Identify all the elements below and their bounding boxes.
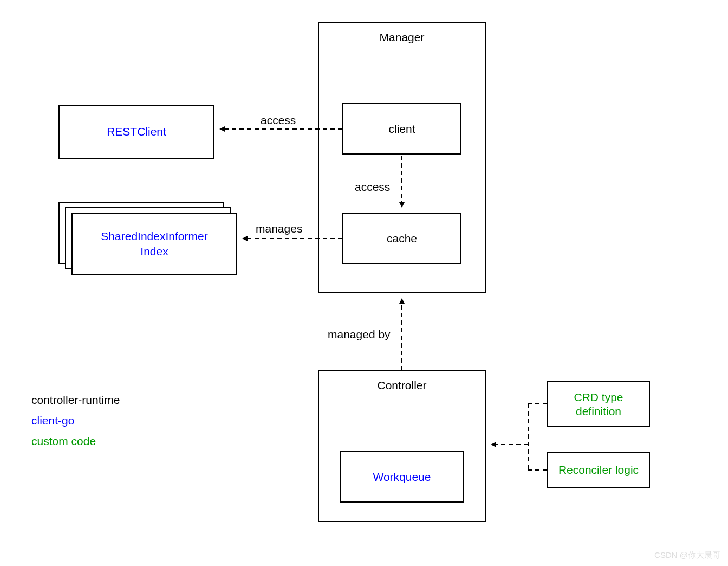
crdtype-box: CRD type definition [547,381,650,427]
sharedindex-line1: SharedIndexInformer [101,230,207,243]
managedby-label: managed by [328,328,391,341]
manager-title: Manager [319,31,485,44]
access1-label: access [261,114,296,127]
reconciler-label: Reconciler logic [558,464,639,477]
access2-label: access [355,181,390,194]
watermark: CSDN @你大晨哥 [654,550,720,561]
cache-label: cache [387,232,417,245]
client-box: client [342,103,461,155]
sharedindex-line2: Index [140,245,168,258]
sharedindex-box: SharedIndexInformer Index [72,213,237,275]
legend-client-go: client-go [31,414,74,427]
manages-label: manages [256,222,302,235]
crdtype-line2: definition [576,405,621,418]
reconciler-box: Reconciler logic [547,452,650,488]
workqueue-box: Workqueue [340,451,464,503]
cache-box: cache [342,213,461,264]
crdtype-line1: CRD type [574,391,623,404]
legend-controller-runtime: controller-runtime [31,394,120,407]
legend-custom-code: custom code [31,435,96,448]
controller-title: Controller [319,379,485,392]
restclient-box: RESTClient [58,105,214,159]
client-label: client [388,123,415,136]
workqueue-label: Workqueue [373,471,431,484]
restclient-label: RESTClient [107,125,166,138]
